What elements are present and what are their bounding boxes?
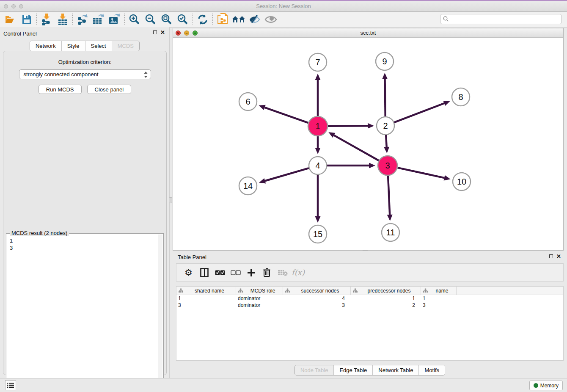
export-table-icon[interactable] [91,13,107,26]
table-cell[interactable]: 4 [283,295,351,302]
sort-tree-icon [423,288,428,293]
table-cell[interactable]: dominator [236,295,283,302]
mcds-result-lines[interactable]: 1 3 [6,234,163,251]
zoom-in-icon[interactable] [127,13,143,26]
graph-node-label: 3 [385,161,390,170]
search-input[interactable] [440,14,562,24]
graph-edge-arrowhead [387,215,393,221]
float-table-panel-icon[interactable] [549,254,553,258]
select-all-icon[interactable] [212,265,228,280]
zoom-fit-icon[interactable] [159,13,175,26]
graph-edge-4-14[interactable] [265,168,309,181]
graph-node-label: 10 [457,177,466,186]
graph-edge-2-3[interactable] [386,135,386,147]
sort-tree-icon [179,288,183,293]
network-canvas-svg[interactable]: 7968124314101511 [173,38,563,250]
import-network-icon[interactable] [39,13,55,26]
result-scrollbar[interactable] [158,235,162,392]
graph-node-label: 7 [315,58,320,67]
delete-row-icon[interactable] [259,265,275,280]
graph-edge-3-10[interactable] [397,168,444,178]
network-window-titlebar[interactable]: ✕ − + scc.txt [173,28,563,38]
tab-select[interactable]: Select [85,41,112,51]
graph-node-label: 14 [243,181,253,190]
memory-button[interactable]: Memory [529,381,563,390]
float-panel-icon[interactable] [153,30,157,34]
optimization-criterion-select[interactable]: strongly connected component [19,69,151,79]
zoom-selected-icon[interactable] [175,13,191,26]
graph-edge-2-8[interactable] [394,103,444,122]
import-table-icon[interactable] [55,13,71,26]
delete-table-icon [275,265,290,280]
run-mcds-button[interactable]: Run MCDS [39,85,82,94]
tab-edge-table[interactable]: Edge Table [333,365,372,375]
tab-node-table[interactable]: Node Table [295,365,334,375]
export-image-icon[interactable] [107,13,123,26]
table-cell[interactable]: 1 [176,295,236,302]
fx-label: f(x) [292,268,305,277]
graph-node-label: 9 [382,57,387,66]
refresh-layout-icon[interactable] [195,13,211,26]
deselect-all-icon[interactable] [228,265,243,280]
mcds-tab-content: Optimization criterion: strongly connect… [3,51,167,375]
table-cell[interactable]: dominator [236,302,283,309]
graph-node-label: 11 [386,228,395,237]
graph-node-label: 6 [245,97,250,106]
column-header-predecessor-nodes[interactable]: predecessor nodes [351,287,421,295]
save-icon[interactable] [19,13,35,26]
add-row-icon[interactable] [243,265,259,280]
column-header-name[interactable]: name [421,287,457,295]
graph-edge-arrowhead [315,216,321,223]
control-panel-title: Control Panel [3,30,37,37]
column-header-shared-name[interactable]: shared name [176,287,236,295]
close-table-panel-icon[interactable]: ✕ [556,254,561,259]
table-panel: Table Panel ✕ ⚙ f(x) shared nameMCDS ro [173,251,567,378]
export-network-icon[interactable] [74,13,91,26]
tab-network[interactable]: Network [30,41,61,51]
table-cell[interactable]: 2 [351,302,421,309]
close-panel-button[interactable]: Close panel [87,85,132,94]
toolbar-separator [72,14,73,25]
open-folder-icon[interactable] [3,13,19,26]
graph-edge-arrowhead [382,73,388,79]
graph-node-label: 8 [458,92,463,102]
tab-motifs[interactable]: Motifs [418,365,445,375]
column-header-MCDS-role[interactable]: MCDS role [236,287,283,295]
table-cell[interactable]: 3 [176,302,236,309]
toolbar-separator [193,14,193,25]
network-view-window: ✕ − + scc.txt 7968124314101511 [173,28,564,251]
table-cell[interactable]: 1 [421,295,457,302]
table-cell[interactable]: 3 [283,302,351,309]
sort-tree-icon [353,288,358,293]
table-cell[interactable]: 1 [351,295,421,302]
show-panels-menu-button[interactable] [5,380,16,390]
hide-selected-icon[interactable] [247,13,263,26]
table-row[interactable]: 3dominator323 [176,302,563,309]
table-toolbar: ⚙ f(x) [176,263,564,282]
graph-edge-1-2[interactable] [328,126,368,126]
graph-edge-arrowhead [315,148,321,154]
tab-network-table[interactable]: Network Table [372,365,418,375]
gear-icon[interactable]: ⚙ [181,265,196,280]
app-title: Session: New Session [0,3,567,9]
first-neighbors-icon[interactable] [231,13,247,26]
tab-mcds[interactable]: MCDS [112,41,139,51]
toolbar-separator [124,14,125,25]
graph-edge-arrowhead [259,105,265,110]
close-panel-icon[interactable]: ✕ [160,30,165,35]
table-row[interactable]: 1dominator411 [176,295,563,302]
zoom-out-icon[interactable] [143,13,159,26]
clone-network-icon[interactable] [215,13,231,26]
graph-edge-3-11[interactable] [388,176,390,215]
vertical-splitter-handle[interactable] [169,197,172,203]
tab-style[interactable]: Style [61,41,85,51]
graph-edge-3-1[interactable] [334,135,379,161]
graph-edge-1-6[interactable] [265,108,308,123]
select-stepper-icon [144,72,148,79]
graph-edge-2-9[interactable] [385,79,385,116]
column-browser-icon[interactable] [196,265,212,280]
table-cell[interactable]: 3 [421,302,457,309]
function-builder-icon: f(x) [290,265,306,280]
node-table[interactable]: shared nameMCDS rolesuccessor nodesprede… [176,286,564,361]
column-header-successor-nodes[interactable]: successor nodes [283,287,351,295]
